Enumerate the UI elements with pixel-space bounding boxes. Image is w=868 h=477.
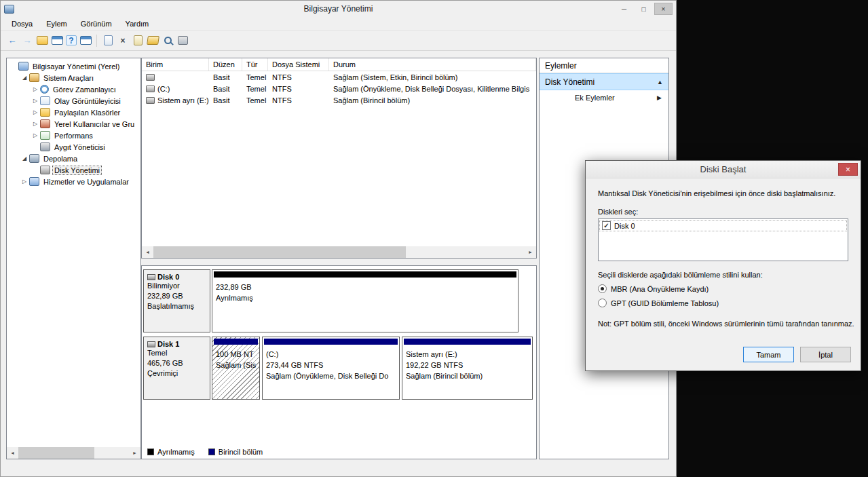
column-duzen[interactable]: Düzen: [209, 58, 242, 71]
disk-0-label[interactable]: Disk 0 Bilinmiyor 232,89 GB Başlatılmamı…: [143, 269, 210, 332]
tree-item-root[interactable]: Bilgisayar Yönetimi (Yerel): [7, 60, 140, 72]
legend-primary: Birincil bölüm: [208, 448, 263, 456]
tree-item-sistem-araclari[interactable]: ◢ Sistem Araçları: [7, 72, 140, 83]
tree-item-paylasilan-klasorler[interactable]: ▷ Paylaşılan Klasörler: [7, 107, 140, 118]
console-window-icon[interactable]: [52, 36, 63, 45]
partition-system-reserved[interactable]: 100 MB NT Sağlam (Sis: [212, 337, 260, 400]
scroll-left-icon[interactable]: ◄: [142, 246, 153, 258]
disk-listbox[interactable]: ✓ Disk 0: [598, 218, 848, 261]
volume-list-header: Birim Düzen Tür Dosya Sistemi Durum: [142, 58, 536, 71]
column-tur[interactable]: Tür: [242, 58, 268, 71]
expand-icon[interactable]: ▷: [31, 98, 40, 104]
scroll-left-icon[interactable]: ◄: [7, 447, 18, 459]
properties-icon[interactable]: [134, 35, 143, 45]
volume-row-e[interactable]: Sistem ayrı (E:) Basit Temel NTFS Sağlam…: [142, 94, 536, 106]
export-list-icon[interactable]: [104, 35, 113, 45]
partition-style-label: Seçili disklerde aşağıdaki bölümleme sti…: [598, 271, 848, 279]
scroll-thumb[interactable]: [153, 246, 406, 258]
disk-0-list-item[interactable]: ✓ Disk 0: [599, 220, 847, 231]
scroll-right-icon[interactable]: ►: [525, 246, 536, 258]
disk-1-label[interactable]: Disk 1 Temel 465,76 GB Çevrimiçi: [143, 337, 210, 400]
delete-icon[interactable]: ×: [117, 35, 129, 47]
collapse-icon[interactable]: ◢: [20, 75, 29, 81]
disk-icon: [147, 274, 155, 280]
folder-icon[interactable]: [37, 36, 48, 45]
forward-icon[interactable]: →: [21, 35, 33, 47]
disk-0-unallocated-region[interactable]: 232,89 GB Ayrılmamış: [212, 269, 518, 332]
partition-e[interactable]: Sistem ayrı (E:) 192,22 GB NTFS Sağlam (…: [402, 337, 533, 400]
column-dosya-sistemi[interactable]: Dosya Sistemi: [268, 58, 329, 71]
primary-color-bar: [404, 339, 531, 345]
disk-management-icon: [40, 166, 50, 174]
titlebar[interactable]: Bilgisayar Yönetimi ─ □ ×: [1, 1, 676, 17]
collapse-icon[interactable]: ◢: [20, 155, 29, 161]
minimize-button[interactable]: ─: [615, 3, 633, 15]
actions-header: Eylemler: [540, 58, 668, 73]
disk-icon: [147, 341, 155, 347]
column-durum[interactable]: Durum: [329, 58, 536, 71]
search-icon[interactable]: [164, 37, 172, 44]
volume-list: Birim Düzen Tür Dosya Sistemi Durum Basi…: [141, 58, 537, 259]
expand-icon[interactable]: ▷: [31, 109, 40, 115]
local-users-icon: [40, 119, 50, 128]
tree-item-aygit-yoneticisi[interactable]: Aygıt Yöneticisi: [7, 141, 140, 153]
partition-c[interactable]: (C:) 273,44 GB NTFS Sağlam (Önyükleme, D…: [262, 337, 400, 400]
volume-row-system[interactable]: Basit Temel NTFS Sağlam (Sistem, Etkin, …: [142, 71, 536, 83]
dialog-close-button[interactable]: ×: [838, 163, 858, 176]
tree-item-yerel-kullanicilar[interactable]: ▷ Yerel Kullanıcılar ve Gru: [7, 118, 140, 130]
primary-color-bar: [264, 339, 398, 345]
expand-icon[interactable]: ▷: [31, 121, 40, 127]
cancel-button[interactable]: İptal: [800, 347, 851, 362]
volume-icon: [146, 97, 155, 104]
dialog-intro-text: Mantıksal Disk Yöneticisi'nin erişebilme…: [598, 189, 848, 197]
open-folder-icon[interactable]: [147, 36, 159, 45]
volume-row-c[interactable]: (C:) Basit Temel NTFS Sağlam (Önyükleme,…: [142, 83, 536, 94]
mbr-option[interactable]: MBR (Ana Önyükleme Kaydı): [598, 284, 848, 293]
help-icon[interactable]: ?: [66, 35, 77, 45]
gpt-note-text: Not: GPT bölüm stili, önceki Windows sür…: [598, 320, 848, 328]
action-ek-eylemler[interactable]: Ek Eylemler ▶: [540, 90, 668, 105]
toolbar-separator: [96, 35, 97, 47]
window-title: Bilgisayar Yönetimi: [1, 4, 676, 14]
maximize-button[interactable]: □: [635, 3, 653, 15]
performance-icon: [40, 131, 50, 140]
tree-item-gorev-zamanlayici[interactable]: ▷ Görev Zamanlayıcı: [7, 83, 140, 95]
tree-item-disk-yonetimi[interactable]: Disk Yönetimi: [7, 164, 140, 176]
chevron-up-icon[interactable]: ▲: [657, 79, 663, 85]
menu-yardim[interactable]: Yardım: [119, 18, 156, 30]
expand-icon[interactable]: ▷: [20, 178, 29, 185]
scroll-right-icon[interactable]: ►: [129, 447, 140, 459]
volume-horizontal-scrollbar[interactable]: ◄ ►: [142, 246, 536, 258]
menu-eylem[interactable]: Eylem: [39, 18, 74, 30]
app-icon: [4, 5, 14, 14]
chevron-right-icon[interactable]: ▶: [657, 94, 662, 101]
expand-icon[interactable]: ▷: [31, 132, 40, 138]
action-disk-yonetimi[interactable]: Disk Yönetimi ▲: [540, 73, 668, 90]
menu-gorunum[interactable]: Görünüm: [74, 18, 119, 30]
help-library-icon[interactable]: [178, 36, 188, 45]
system-tools-icon: [29, 73, 39, 82]
primary-swatch: [208, 449, 215, 455]
disk-0-checkbox[interactable]: ✓: [602, 221, 611, 230]
mbr-radio[interactable]: [598, 284, 607, 293]
tree-item-performans[interactable]: ▷ Performans: [7, 130, 140, 141]
tree-item-olay-goruntuleyicisi[interactable]: ▷ Olay Görüntüleyicisi: [7, 95, 140, 107]
menu-dosya[interactable]: Dosya: [5, 18, 39, 30]
close-button[interactable]: ×: [654, 3, 673, 15]
console-pane-icon[interactable]: [80, 36, 92, 45]
column-birim[interactable]: Birim: [142, 58, 209, 71]
gpt-option[interactable]: GPT (GUID Bölümleme Tablosu): [598, 299, 848, 307]
dialog-titlebar[interactable]: Diski Başlat ×: [586, 161, 861, 178]
scroll-thumb[interactable]: [18, 447, 94, 459]
tree-item-depolama[interactable]: ◢ Depolama: [7, 153, 140, 164]
radio-dot: [601, 287, 604, 290]
gpt-radio[interactable]: [598, 299, 607, 307]
tree-item-hizmetler[interactable]: ▷ Hizmetler ve Uygulamalar: [7, 176, 140, 187]
volume-icon: [146, 85, 155, 92]
expand-icon[interactable]: ▷: [31, 86, 40, 92]
back-icon[interactable]: ←: [6, 35, 18, 47]
computer-icon: [18, 62, 29, 71]
dialog-title: Diski Başlat: [700, 164, 747, 174]
tree-horizontal-scrollbar[interactable]: ◄ ►: [7, 447, 140, 459]
ok-button[interactable]: Tamam: [743, 347, 794, 362]
